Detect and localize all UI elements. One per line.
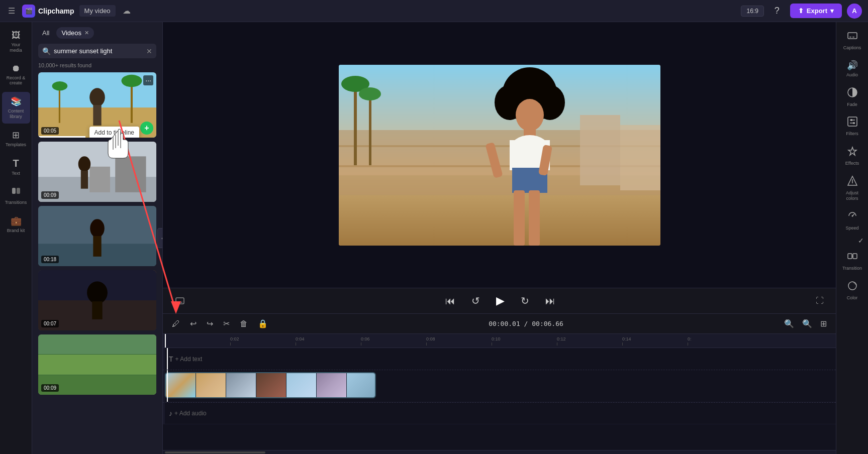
cut-button[interactable]: ✂ — [220, 317, 233, 330]
ruler-track: 0:02 0:04 0:06 0:08 — [165, 334, 836, 346]
tab-all[interactable]: All — [38, 27, 53, 39]
right-panel-effects[interactable]: Effects — [838, 142, 867, 170]
sidebar-item-text[interactable]: T Text — [2, 154, 30, 180]
add-audio-button[interactable]: ♪ + Add audio — [169, 409, 207, 417]
fullscreen-button[interactable]: ⛶ — [812, 294, 828, 307]
subtitle-button[interactable] — [171, 294, 189, 308]
add-text-button[interactable]: T + Add text — [169, 355, 202, 363]
zoom-in-button[interactable]: 🔍 — [799, 318, 815, 329]
ruler-mark: 0: — [688, 336, 692, 346]
avatar-button[interactable]: A — [847, 4, 862, 19]
forward-5s-button[interactable]: ↻ — [517, 293, 533, 309]
right-panel-adjust-colors[interactable]: Adjustcolors — [838, 171, 867, 205]
thumb-duration: 00:09 — [41, 384, 59, 392]
logo-icon: 🎬 — [22, 5, 35, 18]
cloud-icon-button[interactable]: ☁ — [121, 4, 133, 18]
tab-videos-close-icon[interactable]: ✕ — [84, 30, 89, 36]
transition-icon — [847, 251, 858, 264]
list-item[interactable]: 00:05 ··· + Add to timeline — [38, 72, 156, 138]
audio-icon: 🔊 — [847, 60, 858, 71]
delete-button[interactable]: 🗑 — [237, 317, 251, 330]
right-panel-transition[interactable]: Transition — [838, 247, 867, 275]
video-frame — [317, 373, 347, 397]
skip-to-end-button[interactable]: ⏭ — [541, 293, 559, 309]
speed-label: Speed — [845, 225, 858, 231]
collapse-panel-button[interactable]: ‹ — [157, 228, 163, 248]
svg-point-14 — [78, 156, 91, 172]
export-button[interactable]: ⬆ Export ▾ — [790, 4, 842, 18]
sidebar-label-brand-kit: Brand kit — [7, 228, 25, 234]
list-item[interactable]: 00:09 — [38, 142, 156, 202]
list-item[interactable]: 00:09 — [38, 334, 156, 395]
list-item[interactable]: 00:18 — [38, 206, 156, 266]
lock-button[interactable]: 🔒 — [255, 317, 271, 330]
sidebar-item-transitions[interactable]: Transitions — [2, 182, 30, 209]
sidebar-item-templates[interactable]: ⊞ Templates — [2, 126, 30, 152]
sidebar-item-your-media[interactable]: 🖼 Your media — [2, 26, 30, 57]
right-panel-speed[interactable]: Speed — [838, 206, 867, 235]
adjust-colors-label: Adjustcolors — [846, 190, 858, 201]
video-title[interactable]: My video — [79, 5, 116, 17]
fit-timeline-button[interactable]: ⊞ — [817, 318, 830, 329]
ruler-mark: 0:12 — [557, 336, 566, 346]
list-item[interactable]: 00:07 — [38, 270, 156, 330]
magic-wand-tool[interactable]: 🖊 — [169, 317, 183, 330]
scrollbar-thumb[interactable] — [165, 451, 265, 453]
video-clip-block[interactable] — [165, 372, 376, 398]
export-icon: ⬆ — [798, 7, 804, 15]
rewind-to-start-button[interactable]: ⏮ — [441, 293, 459, 309]
search-input[interactable] — [51, 44, 146, 58]
right-panel-captions[interactable]: Captions — [838, 26, 867, 55]
results-count: 10,000+ results found — [32, 62, 162, 72]
svg-rect-55 — [180, 302, 182, 303]
fade-label: Fade — [847, 102, 857, 107]
play-button[interactable]: ▶ — [492, 292, 509, 309]
video-frame — [286, 373, 317, 397]
right-panel-color[interactable]: Color — [838, 276, 867, 305]
topbar: ☰ 🎬 Clipchamp My video ☁ 16:9 ? ⬆ Export… — [0, 0, 868, 22]
search-clear-button[interactable]: ✕ — [146, 47, 152, 55]
svg-rect-54 — [177, 302, 179, 303]
sidebar-label-transitions: Transitions — [5, 200, 27, 205]
app-name: Clipchamp — [38, 7, 74, 15]
svg-point-38 — [359, 87, 381, 100]
ruler-mark: 0:02 — [230, 336, 239, 346]
right-panel-fade[interactable]: Fade — [838, 83, 867, 111]
sidebar-item-record-create[interactable]: ⏺ Record &create — [2, 59, 30, 90]
svg-rect-60 — [848, 117, 857, 126]
playback-left-controls — [171, 294, 189, 308]
captions-icon — [847, 30, 858, 44]
right-panel-filters[interactable]: Filters — [838, 112, 867, 141]
left-sidebar: 🖼 Your media ⏺ Record &create 📚 Contentl… — [0, 22, 32, 454]
svg-rect-49 — [514, 190, 525, 246]
undo-button[interactable]: ↩ — [187, 317, 200, 330]
hamburger-button[interactable]: ☰ — [6, 4, 17, 18]
rewind-5s-button[interactable]: ↺ — [467, 293, 484, 309]
playback-center-controls: ⏮ ↺ ▶ ↻ ⏭ — [441, 292, 559, 309]
help-button[interactable]: ? — [769, 3, 785, 19]
add-to-timeline-button[interactable]: + — [140, 122, 153, 135]
thumb-duration: 00:09 — [41, 191, 59, 199]
svg-point-44 — [516, 99, 544, 131]
preview-svg — [339, 65, 660, 246]
filter-tabs: All Videos ✕ — [32, 22, 162, 42]
svg-rect-15 — [81, 171, 88, 189]
effects-label: Effects — [845, 161, 859, 166]
video-track-row — [163, 370, 836, 402]
thumb-more-button[interactable]: ··· — [143, 75, 153, 85]
brand-kit-icon: 💼 — [11, 215, 22, 226]
timeline-scrollbar[interactable] — [163, 450, 836, 454]
sidebar-item-content-library[interactable]: 📚 Contentlibrary — [2, 92, 30, 124]
ruler-mark: 0:04 — [296, 336, 305, 346]
aspect-ratio-badge[interactable]: 16:9 — [741, 6, 763, 17]
redo-button[interactable]: ↪ — [204, 317, 216, 330]
zoom-out-button[interactable]: 🔍 — [781, 318, 797, 329]
audio-label: Audio — [846, 72, 858, 78]
tab-videos[interactable]: Videos ✕ — [56, 27, 94, 39]
svg-rect-58 — [852, 37, 854, 38]
timeline-tracks: T + Add text — [163, 348, 836, 450]
sidebar-item-brand-kit[interactable]: 💼 Brand kit — [2, 211, 30, 238]
color-label: Color — [847, 295, 858, 301]
time-separator: / — [524, 320, 532, 327]
right-panel-audio[interactable]: 🔊 Audio — [838, 56, 867, 82]
